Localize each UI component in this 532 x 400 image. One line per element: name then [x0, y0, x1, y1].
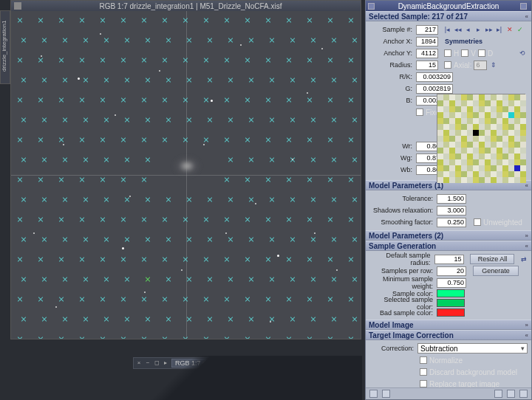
sample-marker[interactable]: [21, 316, 27, 322]
sample-marker[interactable]: [348, 176, 354, 182]
anchor-x-input[interactable]: [416, 37, 438, 46]
sample-marker[interactable]: [17, 216, 23, 222]
sample-marker[interactable]: [166, 196, 171, 202]
sample-marker[interactable]: [228, 316, 233, 322]
sample-marker[interactable]: [207, 196, 213, 202]
sample-marker[interactable]: [310, 117, 316, 123]
sample-marker[interactable]: [100, 336, 106, 339]
normalize-checkbox[interactable]: [420, 356, 427, 364]
sample-marker[interactable]: [120, 17, 126, 23]
sample-marker[interactable]: [141, 97, 147, 103]
sample-marker[interactable]: [265, 296, 271, 302]
sample-marker[interactable]: [265, 176, 271, 182]
sample-marker[interactable]: [17, 336, 23, 339]
sample-marker[interactable]: [17, 57, 23, 63]
sample-marker[interactable]: [224, 216, 230, 222]
sample-marker[interactable]: [120, 336, 126, 339]
discard-checkbox[interactable]: [420, 368, 427, 376]
sample-marker[interactable]: [352, 77, 358, 83]
sample-marker[interactable]: [248, 196, 254, 202]
sample-marker[interactable]: [162, 57, 168, 63]
model-params-2-header[interactable]: Model Parameters (2)»: [366, 230, 531, 241]
docs-icon[interactable]: [494, 390, 502, 398]
sample-marker[interactable]: [269, 196, 275, 202]
target-correction-header[interactable]: Target Image Correction«: [366, 330, 531, 340]
sample-marker[interactable]: [265, 256, 271, 262]
sample-marker[interactable]: [141, 57, 147, 63]
resize-all-button[interactable]: Resize All: [470, 254, 514, 264]
sample-marker[interactable]: [290, 117, 296, 123]
sample-marker[interactable]: [41, 276, 47, 282]
prev-page-icon[interactable]: ◂◂: [454, 26, 462, 34]
sample-marker[interactable]: [79, 336, 85, 339]
sample-marker[interactable]: [124, 316, 130, 322]
sample-marker[interactable]: [348, 137, 354, 142]
correction-select[interactable]: Subtraction: [417, 343, 528, 354]
image-window-titlebar[interactable]: RGB 1:7 drizzle_integration1 | M51_Drizz…: [11, 1, 361, 11]
axial-checkbox[interactable]: [444, 61, 451, 69]
sample-marker[interactable]: [290, 196, 296, 202]
sym-h-checkbox[interactable]: [444, 49, 451, 57]
sample-marker[interactable]: [265, 137, 271, 142]
sample-marker[interactable]: [141, 17, 147, 23]
sample-marker[interactable]: [327, 137, 333, 142]
unweighted-checkbox[interactable]: [474, 218, 481, 226]
rk-input[interactable]: [416, 72, 453, 82]
sample-marker[interactable]: [228, 276, 233, 282]
sample-marker[interactable]: [17, 17, 23, 23]
sample-marker[interactable]: [307, 256, 313, 262]
sample-marker[interactable]: [186, 117, 192, 123]
sample-marker[interactable]: [310, 316, 316, 322]
sample-marker[interactable]: [38, 336, 44, 339]
sample-marker[interactable]: [120, 97, 126, 103]
sample-marker[interactable]: [307, 57, 313, 63]
sample-marker[interactable]: [248, 37, 254, 43]
sample-marker[interactable]: [41, 316, 47, 322]
sample-marker[interactable]: [265, 97, 271, 103]
sample-marker[interactable]: [327, 57, 333, 63]
sample-marker[interactable]: [327, 97, 333, 103]
sample-marker[interactable]: [224, 296, 230, 302]
sample-marker[interactable]: [58, 296, 64, 302]
sample-marker[interactable]: [307, 336, 313, 339]
sample-marker[interactable]: [103, 276, 109, 282]
sample-marker[interactable]: [17, 97, 23, 103]
sample-marker[interactable]: [186, 236, 192, 242]
sample-generation-header[interactable]: Sample Generation«: [366, 241, 531, 251]
sample-marker[interactable]: [21, 236, 27, 242]
sample-marker[interactable]: [124, 77, 130, 83]
sym-reset-icon[interactable]: ⟲: [518, 49, 526, 58]
sample-marker[interactable]: [203, 57, 209, 63]
sample-marker[interactable]: [348, 256, 354, 262]
sample-marker[interactable]: [145, 316, 151, 322]
apply-icon[interactable]: [382, 390, 390, 398]
sample-marker[interactable]: [228, 77, 233, 83]
fixed-checkbox[interactable]: [416, 108, 423, 116]
sample-marker[interactable]: [307, 97, 313, 103]
sample-marker[interactable]: [103, 37, 109, 43]
sample-marker[interactable]: [248, 156, 254, 162]
sample-marker[interactable]: [17, 176, 23, 182]
new-instance-icon[interactable]: [369, 390, 378, 398]
sample-marker[interactable]: [307, 137, 313, 142]
sample-marker[interactable]: [224, 97, 230, 103]
sample-marker[interactable]: [124, 156, 130, 162]
sample-marker[interactable]: [100, 17, 106, 23]
axial-spinner[interactable]: ⇕: [489, 61, 497, 69]
sample-marker[interactable]: [83, 316, 89, 322]
sample-marker[interactable]: [21, 77, 27, 83]
sample-marker[interactable]: [83, 236, 89, 242]
sample-marker[interactable]: [21, 156, 27, 162]
sample-marker[interactable]: [145, 276, 151, 282]
collapse-icon[interactable]: «: [525, 13, 528, 20]
sample-marker[interactable]: [245, 296, 250, 302]
sample-marker[interactable]: [224, 17, 230, 23]
sample-marker[interactable]: [145, 196, 151, 202]
sample-marker[interactable]: [41, 196, 47, 202]
sample-marker[interactable]: [290, 77, 296, 83]
sample-num-input[interactable]: [416, 25, 438, 35]
sample-marker[interactable]: [245, 97, 250, 103]
sample-marker[interactable]: [124, 276, 130, 282]
sample-marker[interactable]: [141, 296, 147, 302]
first-sample-icon[interactable]: |◂: [443, 26, 451, 34]
